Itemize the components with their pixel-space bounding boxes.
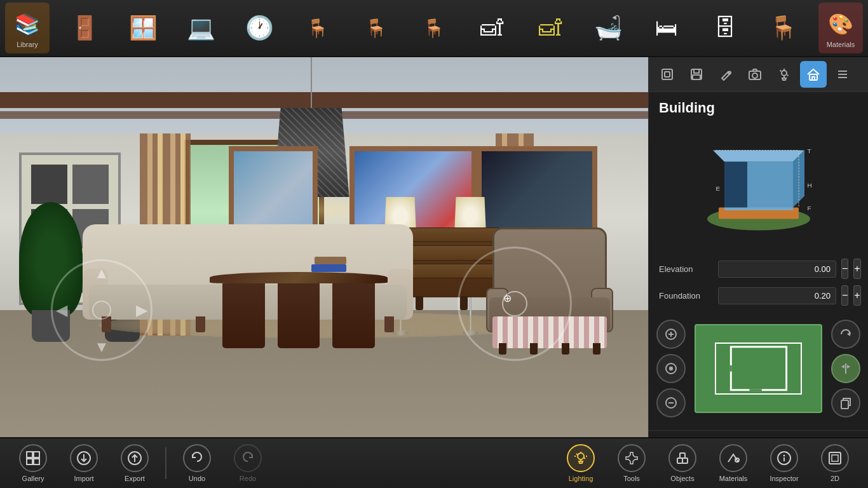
tools-label: Tools	[623, 475, 640, 482]
furniture-sofa-pink[interactable]: 🛋	[470, 6, 514, 50]
svg-point-7	[752, 73, 757, 78]
svg-line-12	[787, 75, 789, 76]
materials-btn[interactable]: Materials	[708, 441, 759, 485]
import-icon	[70, 444, 98, 472]
furniture-chair-red2[interactable]: 🪑	[761, 6, 805, 50]
camera-tool-btn[interactable]	[742, 61, 768, 88]
add-story-btn[interactable]	[656, 320, 686, 349]
foundation-input[interactable]	[718, 287, 836, 304]
objects-btn[interactable]: Objects	[657, 441, 708, 485]
import-btn[interactable]: Import	[58, 441, 109, 485]
tools-btn[interactable]: Tools	[606, 441, 657, 485]
import-label: Import	[74, 475, 93, 482]
svg-rect-47	[27, 459, 32, 464]
building-svg: T H E F	[702, 130, 816, 245]
svg-marker-23	[724, 162, 747, 208]
copy-btn[interactable]	[831, 388, 860, 417]
redo-btn[interactable]: Redo	[222, 441, 273, 485]
foundation-row: Foundation − +	[659, 285, 858, 306]
export-label: Export	[125, 475, 145, 482]
furniture-strip: 🚪 🪟 💻 🕐 🪑 🪑 🪑 🛋 🛋 🛁 🛏 🗄 🪑	[50, 6, 818, 50]
library-button[interactable]: 📚 Library	[5, 3, 50, 53]
light-tool-btn[interactable]	[771, 61, 797, 88]
floor-plan-preview[interactable]	[695, 324, 822, 413]
svg-point-8	[782, 71, 787, 76]
materials-icon	[719, 444, 747, 472]
right-actions	[831, 320, 860, 417]
inspector-label: Inspector	[770, 475, 798, 482]
gallery-label: Gallery	[22, 475, 44, 482]
library-icon: 📚	[11, 8, 44, 41]
furniture-clock[interactable]: 🕐	[237, 6, 281, 50]
books	[311, 253, 349, 272]
action-area	[649, 320, 868, 425]
furniture-armchair-yellow[interactable]: 🪑	[353, 6, 398, 50]
furniture-chair-red[interactable]: 🪑	[295, 6, 340, 50]
3d-viewport[interactable]: ▲ ▼ ◀ ▶ ⊕	[0, 57, 648, 437]
remove-story-btn[interactable]	[656, 388, 686, 417]
foundation-minus-btn[interactable]: −	[841, 285, 848, 306]
lamp-cord	[311, 57, 312, 108]
lighting-btn[interactable]: Lighting	[555, 441, 606, 485]
svg-line-11	[780, 71, 782, 72]
2d-label: 2D	[831, 475, 839, 482]
gallery-btn[interactable]: Gallery	[8, 441, 58, 485]
plant-large	[19, 202, 83, 342]
furniture-armchair-pink[interactable]: 🪑	[412, 6, 456, 50]
inspector-btn[interactable]: Inspector	[759, 441, 810, 485]
materials-icon: 🎨	[824, 8, 857, 41]
furniture-door[interactable]: 🚪	[63, 6, 107, 50]
undo-btn[interactable]: Undo	[172, 441, 222, 485]
svg-marker-40	[847, 332, 850, 336]
furniture-bed[interactable]: 🛏	[644, 6, 689, 50]
svg-line-57	[584, 458, 585, 459]
armchair-legs	[499, 343, 600, 355]
left-actions	[656, 320, 686, 417]
foundation-plus-btn[interactable]: +	[853, 285, 860, 306]
list-tool-btn[interactable]	[829, 61, 856, 88]
svg-rect-1	[665, 72, 670, 77]
building-title: Building	[659, 100, 858, 116]
rotate-btn[interactable]	[831, 320, 860, 349]
lighting-label: Lighting	[569, 475, 593, 482]
home-tool-btn[interactable]	[800, 61, 827, 88]
svg-rect-44	[841, 400, 848, 409]
elevation-label: Elevation	[659, 264, 713, 274]
floor-plan-outline	[715, 342, 803, 395]
select-tool-btn[interactable]	[654, 61, 681, 88]
svg-rect-34	[669, 367, 673, 370]
furniture-bathtub[interactable]: 🛁	[587, 6, 631, 50]
bottom-toolbar: Gallery Import Export Undo Redo Lighting	[0, 437, 868, 488]
export-btn[interactable]: Export	[109, 441, 160, 485]
redo-icon	[234, 444, 262, 472]
undo-label: Undo	[189, 475, 205, 482]
elevation-input[interactable]	[718, 261, 836, 278]
svg-marker-21	[713, 151, 804, 162]
svg-rect-0	[662, 69, 672, 79]
furniture-laptop[interactable]: 💻	[179, 6, 224, 50]
paint-tool-btn[interactable]	[712, 61, 739, 88]
materials-label: Materials	[827, 41, 855, 48]
elevation-plus-btn[interactable]: +	[853, 259, 860, 279]
2d-btn[interactable]: 2D	[810, 441, 860, 485]
furniture-sofa-yellow[interactable]: 🛋	[528, 6, 573, 50]
view-story-btn[interactable]	[656, 354, 686, 383]
svg-marker-42	[841, 365, 844, 369]
elevation-minus-btn[interactable]: −	[841, 259, 848, 279]
mirror-btn[interactable]	[831, 354, 860, 383]
separator-1	[165, 447, 166, 479]
materials-bottom-label: Materials	[719, 475, 748, 482]
floor-plan-svg	[716, 344, 801, 393]
materials-button[interactable]: 🎨 Materials	[818, 3, 863, 53]
furniture-window[interactable]: 🪟	[121, 6, 165, 50]
furniture-drawer[interactable]: 🗄	[703, 6, 747, 50]
top-toolbar: 📚 Library 🚪 🪟 💻 🕐 🪑 🪑 🪑 🛋 🛋 🛁 🛏 🗄 🪑 🎨 Ma…	[0, 0, 868, 57]
building-section: Building T H E F	[649, 92, 868, 320]
plant-foliage-large	[19, 202, 83, 316]
save-tool-btn[interactable]	[683, 61, 710, 88]
book-2	[315, 257, 346, 264]
elevation-row: Elevation − +	[659, 259, 858, 279]
svg-rect-62	[680, 453, 685, 458]
svg-text:T: T	[807, 147, 811, 154]
panel-toolbar	[649, 57, 868, 92]
